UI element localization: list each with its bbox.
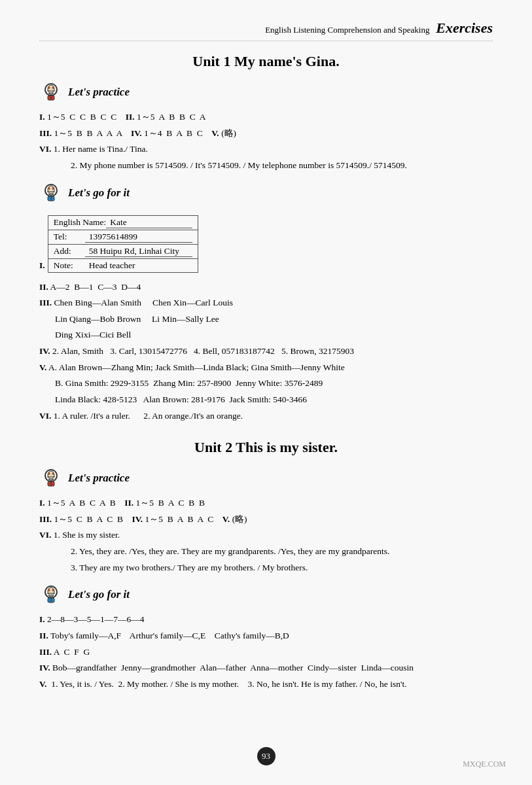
unit1-go-line-V-B: B. Gina Smith: 2929-3155 Zhang Min: 257-… (55, 375, 493, 391)
unit1-go-line-V-C: Linda Black: 428-5123 Alan Brown: 281-91… (55, 392, 493, 408)
svg-point-1 (48, 85, 54, 93)
unit2-go-label: Let's go for it (68, 588, 130, 601)
unit2-lets-go-heading: Let's go for it (39, 583, 493, 606)
unit1-practice-line2: III. 1～5 B B A A A IV. 1～4 B A B C V. (略… (39, 126, 493, 141)
svg-point-17 (52, 472, 54, 475)
svg-point-10 (52, 187, 54, 190)
svg-point-2 (48, 86, 50, 89)
watermark: MXQE.COM (463, 759, 506, 769)
unit1-go-line-III-3: Ding Xixi—Cici Bell (55, 327, 493, 343)
svg-point-9 (48, 187, 50, 190)
go-for-it-icon-2 (39, 583, 63, 606)
unit1-go-line-II: II. A—2 B—1 C—3 D—4 (39, 279, 493, 295)
go-for-it-icon (39, 181, 63, 205)
unit2-practice-line5: 3. They are my two brothers./ They are m… (71, 560, 493, 576)
unit1-go-line-V-A: V. A. Alan Brown—Zhang Min; Jack Smith—L… (39, 360, 493, 375)
unit1-lets-go-heading: Let's go for it (39, 181, 493, 205)
unit1-title: Unit 1 My name's Gina. (39, 53, 493, 70)
unit2-practice-line1: I. 1～5 A B C A B II. 1～5 B A C B B (39, 495, 493, 511)
unit2-go-line-III: III. A C F G (39, 644, 493, 660)
unit1-go-line-III-2: Lin Qiang—Bob Brown Li Min—Sally Lee (55, 311, 493, 327)
unit1-practice-line3: VI. 1. Her name is Tina./ Tina. (39, 141, 493, 157)
svg-point-8 (48, 186, 54, 194)
svg-point-16 (48, 472, 50, 475)
svg-point-15 (48, 471, 54, 479)
header-subtitle: English Listening Comprehension and Spea… (265, 25, 429, 35)
practice-icon-2 (39, 466, 63, 490)
page: English Listening Comprehension and Spea… (0, 0, 532, 785)
unit1-practice-line1: I. 1～5 C C B C C II. 1～5 A B B C A (39, 109, 493, 125)
unit2-title: Unit 2 This is my sister. (39, 439, 493, 456)
unit1-go-line-IV: IV. 2. Alan, Smith 3. Carl, 13015472776 … (39, 343, 493, 359)
unit1-practice-line4: 2. My phone number is 5714509. / It's 57… (71, 158, 493, 173)
unit1-go-line-III-1: III. Chen Bing—Alan Smith Chen Xin—Carl … (39, 295, 493, 311)
practice-icon (39, 80, 63, 104)
header-title: Exercises (436, 20, 493, 36)
unit2-go-line-II: II. Toby's family—A,F Arthur's family—C,… (39, 628, 493, 644)
unit2-lets-practice-heading: Let's practice (39, 466, 493, 490)
info-row-tel: Tel: 13975614899 (48, 230, 198, 245)
unit2-practice-line2: III. 1～5 C B A C B IV. 1～5 B A B A C V. … (39, 512, 493, 527)
svg-point-24 (52, 589, 54, 591)
info-row-name: English Name: Kate (48, 216, 198, 230)
info-row-add: Add: 58 Huipu Rd, Linhai City (48, 245, 198, 259)
unit2-practice-label: Let's practice (68, 472, 130, 485)
svg-point-23 (48, 589, 50, 591)
unit1-go-section-I: I. English Name: Kate Tel: 13975614899 A… (39, 210, 493, 279)
page-header: English Listening Comprehension and Spea… (39, 20, 493, 41)
svg-point-3 (52, 86, 54, 89)
unit2-practice-line4: 2. Yes, they are. /Yes, they are. They a… (71, 544, 493, 559)
unit2-go-line-IV: IV. Bob—grandfather Jenny—grandmother Al… (39, 660, 493, 676)
unit1-lets-practice-heading: Let's practice (39, 80, 493, 104)
unit1-go-line-VI: VI. 1. A ruler. /It's a ruler. 2. An ora… (39, 408, 493, 424)
info-row-note: Note: Head teacher (48, 259, 198, 272)
info-table: English Name: Kate Tel: 13975614899 Add:… (48, 215, 198, 273)
unit2-go-line-I: I. 2—8—3—5—1—7—6—4 (39, 612, 493, 627)
unit1-go-label: Let's go for it (68, 186, 130, 200)
svg-point-22 (48, 587, 54, 595)
unit2-go-line-V: V. 1. Yes, it is. / Yes. 2. My mother. /… (39, 676, 493, 692)
page-number: 93 (257, 747, 275, 765)
unit1-practice-label: Let's practice (68, 86, 130, 99)
unit2-practice-line3: VI. 1. She is my sister. (39, 527, 493, 543)
